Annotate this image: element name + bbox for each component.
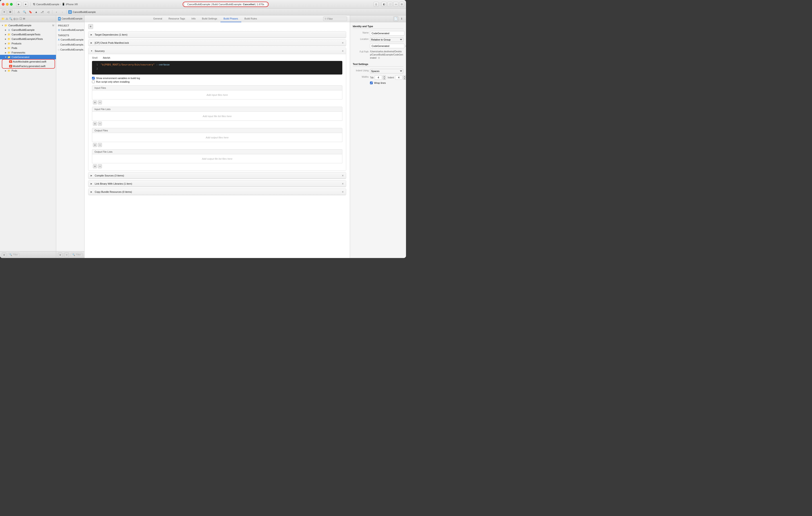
forward-nav-btn[interactable]: ›: [60, 9, 65, 14]
scope-sidebar-icon[interactable]: ◎: [13, 17, 16, 20]
phase-link-binary-header[interactable]: ▶ Link Binary With Libraries (1 item) ×: [88, 181, 346, 187]
nav-filter-label[interactable]: Filter: [76, 253, 81, 256]
right-info-btn[interactable]: ℹ: [399, 16, 404, 21]
tab-info[interactable]: Info: [188, 16, 199, 22]
back-nav-btn[interactable]: ‹: [54, 9, 59, 14]
breakpoint-sidebar-icon[interactable]: ▷: [17, 17, 19, 20]
location-row: Location Relative to Group Absolute Path…: [353, 37, 403, 42]
tree-item-modelfactory[interactable]: S ModelFactory.generated.swift: [0, 64, 56, 68]
indent-stepper-down[interactable]: ▼: [403, 78, 406, 80]
phase-compile-sources-header[interactable]: ▶ Compile Sources (3 items) ×: [88, 172, 346, 179]
breadcrumb-project[interactable]: CancelBuildExample: [36, 3, 59, 6]
add-target-button[interactable]: +: [58, 252, 62, 257]
indent-using-select[interactable]: Spaces Tabs: [370, 69, 403, 73]
path-value-icon[interactable]: ⊙: [405, 44, 406, 48]
checkbox-run-script-input[interactable]: [92, 81, 95, 83]
run-button[interactable]: ▶: [16, 2, 21, 7]
grid-view-btn[interactable]: ⊞: [8, 9, 13, 14]
indent-stepper-up[interactable]: ▲: [403, 75, 406, 78]
remove-target-button[interactable]: −: [64, 252, 69, 257]
nav-target-1[interactable]: □ CancelBuildExample...: [56, 42, 84, 47]
add-file-button[interactable]: +: [2, 252, 6, 257]
copy-bundle-close-icon[interactable]: ×: [342, 190, 344, 193]
tree-item-root[interactable]: ▼ 📁 CancelBuildExample M: [0, 23, 56, 28]
search-sidebar-icon[interactable]: 🔍: [9, 17, 12, 20]
git-icon[interactable]: ⎇: [40, 9, 45, 14]
sidebar-filter-label[interactable]: Filter: [13, 253, 18, 256]
close-button[interactable]: [2, 3, 4, 6]
phase-sourcery-header[interactable]: ▼ Sourcery ×: [88, 48, 346, 54]
tree-item-automockable[interactable]: S AutoMockable.generated.swift: [0, 59, 56, 64]
path-value-input[interactable]: [370, 44, 404, 48]
compile-sources-close-icon[interactable]: ×: [342, 174, 344, 177]
full-path-reveal-icon[interactable]: ⊙: [378, 56, 380, 59]
tree-item-tests[interactable]: ▶ 📁 CancelBuildExampleTests: [0, 32, 56, 37]
tab-stepper-down[interactable]: ▼: [383, 78, 386, 80]
braces-button[interactable]: {}: [374, 2, 379, 7]
add-phase-button[interactable]: +: [88, 24, 93, 29]
tab-build-settings[interactable]: Build Settings: [199, 16, 220, 22]
phase-copy-bundle-header[interactable]: ▶ Copy Bundle Resources (0 items) ×: [88, 189, 346, 195]
tree-item-uitests[interactable]: ▶ 📁 CancelBuildExampleUITests: [0, 37, 56, 41]
input-file-lists-remove-btn[interactable]: −: [98, 122, 102, 126]
phase-cp-pods-header[interactable]: ▶ [CP] Check Pods Manifest.lock ×: [88, 40, 346, 46]
tab-resource-tags[interactable]: Resource Tags: [165, 16, 188, 22]
input-file-lists-add-btn[interactable]: +: [93, 122, 97, 126]
sidebar-left-toggle[interactable]: ◧: [381, 2, 386, 7]
output-files-remove-btn[interactable]: −: [98, 143, 102, 147]
tab-general[interactable]: General: [150, 16, 165, 22]
pods2-label: Pods: [11, 69, 17, 72]
minimize-button[interactable]: [6, 3, 9, 6]
location-select[interactable]: Relative to Group Absolute Path Relative…: [370, 37, 403, 42]
right-file-btn[interactable]: 📄: [393, 16, 398, 21]
tab-stepper-input[interactable]: [375, 75, 382, 80]
maximize-button[interactable]: [10, 3, 13, 6]
nav-target-0[interactable]: A CancelBuildExample: [56, 37, 84, 42]
debug-sidebar-icon[interactable]: ☐: [20, 17, 22, 20]
tab-build-rules[interactable]: Build Rules: [241, 16, 260, 22]
link-binary-close-icon[interactable]: ×: [342, 182, 344, 185]
list-view-btn[interactable]: ≡: [2, 9, 7, 14]
tree-item-pods2[interactable]: ▶ 📁 Pods: [0, 68, 56, 73]
sidebar-bottom-toggle[interactable]: ⬜: [387, 2, 393, 7]
tree-item-products[interactable]: ▶ 📁 Products: [0, 41, 56, 46]
cp-pods-close-icon[interactable]: ×: [342, 41, 344, 44]
search-nav-icon[interactable]: 🔍: [22, 9, 27, 14]
wrap-lines-checkbox[interactable]: [370, 82, 373, 84]
stop-button[interactable]: ■: [23, 2, 28, 7]
split-editor[interactable]: ⊟: [399, 2, 404, 7]
report-sidebar-icon[interactable]: ✉: [23, 17, 25, 20]
indent-stepper-input[interactable]: [395, 75, 402, 80]
input-files-add-btn[interactable]: +: [93, 100, 97, 104]
output-files-section: Output Files Add output files here: [92, 128, 342, 142]
breadcrumb-device[interactable]: iPhone XR: [66, 3, 78, 6]
warning-icon[interactable]: ⚠: [16, 9, 21, 14]
warning-sidebar-icon[interactable]: ⚠: [6, 17, 8, 20]
history-icon[interactable]: ◁: [46, 9, 51, 14]
output-file-lists-add-btn[interactable]: +: [93, 164, 97, 168]
code-flag-1: --verbose: [156, 63, 170, 66]
phase-target-deps-header[interactable]: ▶ Target Dependencies (1 item): [88, 31, 346, 38]
name-input[interactable]: [370, 31, 404, 36]
nav-project-item[interactable]: ⊞ CancelBuildExample: [56, 27, 84, 32]
filter-input[interactable]: [327, 18, 346, 20]
checkbox-env-vars-input[interactable]: [92, 77, 95, 80]
tree-item-xcodeproj[interactable]: ▶ ⊞ CancelBuildExample: [0, 28, 56, 32]
tab-stepper-up[interactable]: ▲: [383, 75, 386, 78]
output-file-lists-remove-btn[interactable]: −: [98, 164, 102, 168]
nav-target-2[interactable]: □ CancelBuildExample...: [56, 47, 84, 52]
tree-item-codegenerated[interactable]: ▼ 📁 CodeGenerated: [0, 55, 56, 59]
shell-value: /bin/sh: [103, 56, 110, 59]
tab-build-phases[interactable]: Build Phases: [221, 16, 241, 22]
output-file-lists-add-remove: + −: [92, 163, 342, 168]
output-files-add-btn[interactable]: +: [93, 143, 97, 147]
input-files-remove-btn[interactable]: −: [98, 100, 102, 104]
folder-nav-icon[interactable]: 📁: [1, 17, 5, 20]
sourcery-close-icon[interactable]: ×: [342, 50, 344, 53]
output-file-lists-placeholder: Add output file list files here: [202, 157, 232, 160]
bookmark-icon[interactable]: 🔖: [28, 9, 33, 14]
sidebar-right-toggle[interactable]: ▭: [393, 2, 398, 7]
tree-item-frameworks[interactable]: ▶ 📁 Frameworks: [0, 50, 56, 55]
nav-nav-icon[interactable]: ▲: [34, 9, 39, 14]
tree-item-pods[interactable]: ▶ 📁 Pods: [0, 46, 56, 50]
